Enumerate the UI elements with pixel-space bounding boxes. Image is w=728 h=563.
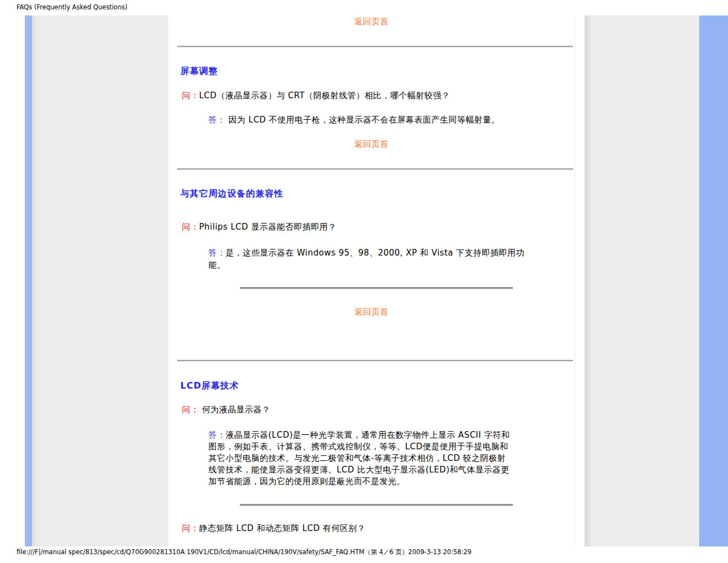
answer-row: 答：是，这些显示器在 Windows 95、98、2000, XP 和 Vist… [208, 247, 524, 271]
section-divider [177, 360, 573, 362]
back-to-top-link[interactable]: 返回页首 [355, 139, 389, 149]
answer-divider [240, 504, 513, 506]
main-content: 返回页首 屏幕调整 问：LCD（液晶显示器）与 CRT（阴极射线管）相比，哪个幅… [168, 15, 575, 546]
section-heading-lcd-technology: LCD屏幕技术 [180, 380, 239, 391]
question-text: Philips LCD 显示器能否即插即用？ [199, 222, 336, 232]
left-blue-strip [25, 15, 33, 546]
question-prefix: 问： [182, 405, 199, 415]
question-row: 问：LCD（液晶显示器）与 CRT（阴极射线管）相比，哪个幅射较强？ [182, 91, 450, 100]
right-sidebar-panel [585, 15, 699, 546]
back-to-top-row: 返回页首 [168, 139, 575, 149]
answer-prefix: 答： [208, 115, 226, 125]
question-prefix: 问： [182, 222, 199, 232]
left-sidebar-panel [32, 15, 168, 546]
answer-prefix: 答： [208, 248, 226, 258]
right-blue-strip [699, 15, 728, 546]
question-row: 问：静态矩阵 LCD 和动态矩阵 LCD 有何区别？ [182, 523, 366, 533]
answer-divider [240, 287, 513, 289]
back-to-top-link[interactable]: 返回页首 [355, 17, 389, 26]
answer-prefix: 答： [208, 430, 226, 440]
section-divider [177, 168, 573, 170]
page-title: FAQs (Frequently Asked Questions) [17, 3, 127, 11]
section-divider [177, 46, 573, 47]
question-prefix: 问： [182, 523, 199, 533]
question-text: 何为液晶显示器？ [199, 405, 270, 415]
section-heading-screen-adjustment: 屏幕调整 [180, 66, 218, 76]
content-band: 返回页首 屏幕调整 问：LCD（液晶显示器）与 CRT（阴极射线管）相比，哪个幅… [0, 15, 728, 546]
question-text: LCD（液晶显示器）与 CRT（阴极射线管）相比，哪个幅射较强？ [199, 91, 450, 100]
question-row: 问：Philips LCD 显示器能否即插即用？ [182, 222, 336, 232]
answer-text: 液晶显示器(LCD)是一种光学装置，通常用在数字物件上显示 ASCII 字符和 … [208, 430, 510, 486]
answer-text: 因为 LCD 不使用电子枪，这种显示器不会在屏幕表面产生同等幅射量。 [226, 115, 500, 125]
back-to-top-row: 返回页首 [168, 307, 575, 317]
answer-row: 答：液晶显示器(LCD)是一种光学装置，通常用在数字物件上显示 ASCII 字符… [208, 429, 510, 487]
status-bar: file:///F|/manual spec/813/spec/cd/Q70G9… [17, 548, 472, 556]
answer-text: 是，这些显示器在 Windows 95、98、2000, XP 和 Vista … [208, 248, 524, 270]
answer-row: 答： 因为 LCD 不使用电子枪，这种显示器不会在屏幕表面产生同等幅射量。 [208, 115, 500, 125]
question-prefix: 问： [182, 91, 199, 100]
question-row: 问： 何为液晶显示器？ [182, 405, 270, 415]
back-to-top-link[interactable]: 返回页首 [355, 307, 389, 317]
back-to-top-row: 返回页首 [168, 17, 575, 26]
section-heading-compatibility: 与其它周边设备的兼容性 [180, 188, 283, 199]
question-text: 静态矩阵 LCD 和动态矩阵 LCD 有何区别？ [199, 523, 366, 533]
